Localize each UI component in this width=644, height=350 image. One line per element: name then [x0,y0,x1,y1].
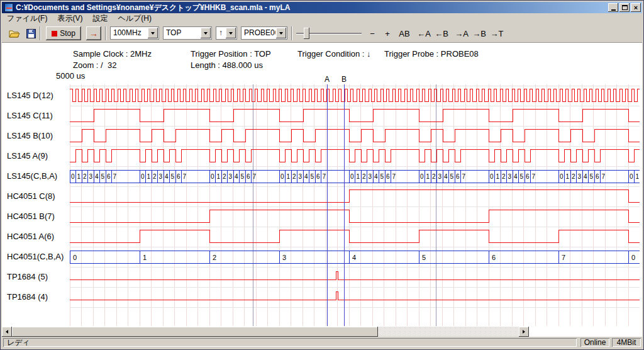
svg-text:5: 5 [422,254,426,261]
status-text: レディ [3,338,577,347]
svg-text:6: 6 [526,173,530,180]
cursor-a-left-button[interactable]: ←A [416,26,432,40]
zoom-label: Zoom : / 32 [73,60,116,70]
channel-label: LS145 D(12) [7,91,53,100]
menu-view[interactable]: 表示(V) [52,13,87,24]
minimize-icon [611,9,616,11]
close-button[interactable]: × [631,3,641,12]
svg-text:4: 4 [374,173,378,180]
chevron-down-icon[interactable] [201,28,211,38]
svg-text:7: 7 [253,173,257,180]
maximize-button[interactable] [619,3,630,12]
menu-file[interactable]: ファイル(F) [2,13,52,24]
svg-text:5: 5 [101,173,105,180]
svg-text:0: 0 [280,173,284,180]
menu-settings[interactable]: 設定 [87,13,113,24]
minimize-button[interactable] [608,3,618,12]
trigger-position-select[interactable]: TOP [163,26,212,40]
title-bar: C:¥Documents and Settings¥noname¥デスクトップ¥… [2,2,642,13]
svg-text:5: 5 [590,173,594,180]
save-button[interactable] [23,26,38,40]
svg-text:0: 0 [71,173,75,180]
svg-text:5: 5 [520,173,524,180]
svg-text:4: 4 [584,173,587,180]
svg-text:1: 1 [77,173,81,180]
horizontal-scrollbar[interactable] [2,327,529,337]
svg-text:3: 3 [369,173,372,180]
svg-text:0: 0 [141,173,145,180]
chevron-down-icon[interactable] [226,28,236,38]
channel-traces: 0123456701234567012345670123456701234567… [70,89,640,300]
svg-text:2: 2 [362,173,366,180]
goto-trigger-button[interactable]: →T [489,26,505,40]
scrollbar-thumb[interactable] [12,327,378,337]
svg-text:6: 6 [177,173,180,180]
length-label: Length : 488.000 us [191,60,263,70]
svg-text:7: 7 [602,173,606,180]
svg-text:7: 7 [562,254,565,261]
scroll-right-button[interactable] [519,327,529,337]
channel-label: LS145 C(11) [7,111,53,120]
channel-label: LS145 A(9) [7,151,48,161]
cursor-b-left-button[interactable]: ←B [433,26,450,40]
svg-text:6: 6 [386,173,390,180]
svg-text:4: 4 [95,173,99,180]
svg-text:0: 0 [350,173,354,180]
main-area: Sample Clock : 2MHz Trigger Position : T… [2,43,642,337]
svg-text:5: 5 [311,173,314,180]
cursor-b-right-button[interactable]: →B [471,26,487,40]
svg-text:6: 6 [492,254,496,261]
menu-help[interactable]: ヘルプ(H) [113,13,157,24]
open-button[interactable] [7,26,22,40]
menu-bar: ファイル(F) 表示(V) 設定 ヘルプ(H) [2,13,642,24]
sample-clock-value: 100MHz [113,27,142,38]
svg-text:3: 3 [282,254,286,261]
arrow-left-icon [6,330,8,334]
channel-label: TP1684 (4) [7,292,48,302]
svg-text:2: 2 [572,173,575,180]
trigger-probe-select[interactable]: PROBE00 [241,26,287,40]
trigger-position-value: TOP [166,27,181,38]
zoom-slider[interactable] [296,26,362,40]
svg-text:7: 7 [532,173,536,180]
chevron-down-icon[interactable] [276,28,286,38]
stop-icon [52,31,57,37]
svg-text:3: 3 [159,173,163,180]
toolbar: Stop → 100MHz TOP ↑ PROBE00 − + AB [2,24,642,43]
scroll-left-button[interactable] [2,327,12,337]
svg-text:1: 1 [357,173,360,180]
sample-clock-select[interactable]: 100MHz [110,26,159,40]
svg-text:6: 6 [316,173,320,180]
slider-thumb[interactable] [304,28,309,39]
trigger-condition-label: Trigger Condition : ↓ [297,49,371,59]
svg-text:0: 0 [560,173,564,180]
cursor-layer[interactable]: AB [325,75,347,326]
svg-text:2: 2 [83,173,87,180]
zoom-out-button[interactable]: − [365,26,379,40]
svg-text:2: 2 [502,173,506,180]
svg-text:1: 1 [287,173,291,180]
status-memory: 4MBit [612,338,641,347]
svg-text:0: 0 [631,254,635,261]
svg-text:4: 4 [304,173,308,180]
svg-text:5: 5 [241,173,245,180]
svg-text:5: 5 [380,173,384,180]
svg-text:4: 4 [235,173,238,180]
stop-button[interactable]: Stop [46,26,81,40]
svg-text:7: 7 [113,173,117,180]
app-window: C:¥Documents and Settings¥noname¥デスクトップ¥… [0,0,644,350]
trigger-edge-select[interactable]: ↑ [216,26,237,40]
run-button[interactable]: → [86,26,101,40]
zoom-in-button[interactable]: + [380,26,394,40]
channel-label: LS145 B(10) [7,131,53,140]
svg-text:1: 1 [566,173,570,180]
ab-range-button[interactable]: AB [396,26,413,40]
svg-text:1: 1 [217,173,221,180]
trigger-probe-value: PROBE00 [244,27,275,38]
waveform-area[interactable]: 0123456701234567012345670123456701234567… [2,73,642,327]
trigger-edge-value: ↑ [219,27,223,38]
chevron-down-icon[interactable] [148,28,158,38]
floppy-disk-icon [26,29,36,38]
cursor-a-right-button[interactable]: →A [453,26,470,40]
svg-text:7: 7 [392,173,396,180]
